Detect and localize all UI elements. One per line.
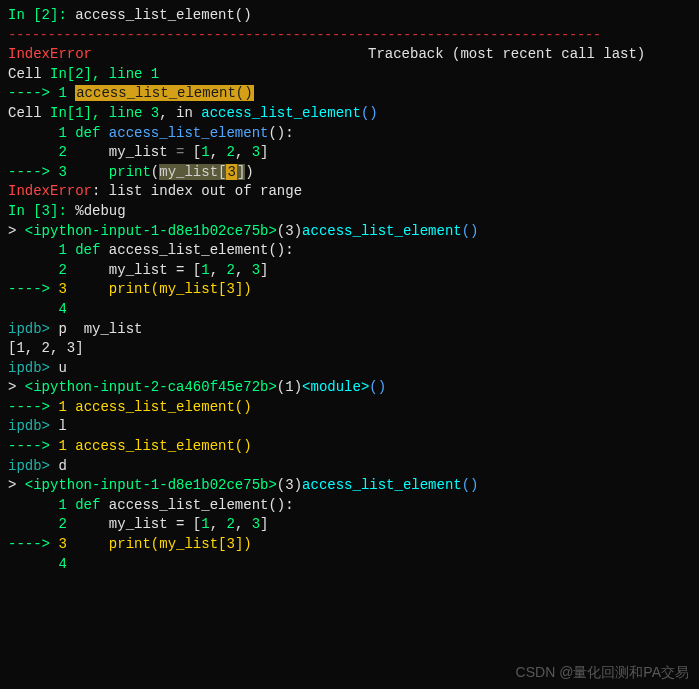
debug1-line2: 2 my_list = [1, 2, 3]	[8, 261, 691, 281]
error-header: IndexErrorTraceback (most recent call la…	[8, 45, 691, 65]
watermark: CSDN @量化回测和PA交易	[516, 663, 689, 683]
debug1b-line4: 4	[8, 555, 691, 575]
separator: ----------------------------------------…	[8, 26, 691, 46]
debug1-line3: ----> 3 print(my_list[3])	[8, 280, 691, 300]
debug-frame-2: > <ipython-input-2-ca460f45e72b>(1)<modu…	[8, 378, 691, 398]
debug1b-line2: 2 my_list = [1, 2, 3]	[8, 515, 691, 535]
input-cell-2: In [2]: access_list_element()	[8, 6, 691, 26]
debug2-line1b: ----> 1 access_list_element()	[8, 437, 691, 457]
debug-frame-1: > <ipython-input-1-d8e1b02ce75b>(3)acces…	[8, 222, 691, 242]
debug-frame-1b: > <ipython-input-1-d8e1b02ce75b>(3)acces…	[8, 476, 691, 496]
debug1b-line3: ----> 3 print(my_list[3])	[8, 535, 691, 555]
tb-frame2-loc: Cell In[1], line 3, in access_list_eleme…	[8, 104, 691, 124]
ipdb-p-cmd[interactable]: ipdb> p my_list	[8, 320, 691, 340]
error-message: IndexError: list index out of range	[8, 182, 691, 202]
tb-frame2-line3: ----> 3 print(my_list[3])	[8, 163, 691, 183]
tb-frame2-line2: 2 my_list = [1, 2, 3]	[8, 143, 691, 163]
debug1b-line1: 1 def access_list_element():	[8, 496, 691, 516]
debug2-line1: ----> 1 access_list_element()	[8, 398, 691, 418]
ipdb-l-cmd[interactable]: ipdb> l	[8, 417, 691, 437]
tb-frame1-loc: Cell In[2], line 1	[8, 65, 691, 85]
tb-frame2-line1: 1 def access_list_element():	[8, 124, 691, 144]
input-cell-3: In [3]: %debug	[8, 202, 691, 222]
debug1-line4: 4	[8, 300, 691, 320]
ipdb-u-cmd[interactable]: ipdb> u	[8, 359, 691, 379]
debug1-line1: 1 def access_list_element():	[8, 241, 691, 261]
tb-frame1-code: ----> 1 access_list_element()	[8, 84, 691, 104]
ipdb-p-out: [1, 2, 3]	[8, 339, 691, 359]
ipdb-d-cmd[interactable]: ipdb> d	[8, 457, 691, 477]
